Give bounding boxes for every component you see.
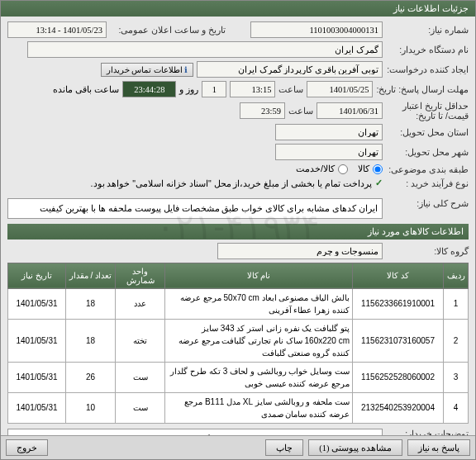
need-desc-label: شرح کلی نیاز: [386,198,469,208]
remain-suffix: ساعت باقی مانده [53,84,119,95]
cell-date: 1401/05/31 [8,392,66,423]
valid-until-time [240,102,285,119]
cell-unit: عدد [116,288,165,319]
deliver-state-label: استان محل تحویل: [386,127,469,137]
deliver-city-label: شهر محل تحویل: [386,147,469,157]
contact-buyer-button[interactable]: ℹ اطلاعات تماس خریدار [101,63,194,77]
cell-code: 1156252528060002 [353,362,444,392]
buyer-field [27,41,383,58]
radio-goods[interactable]: کالا [358,164,383,174]
check-icon: ✓ [375,178,383,188]
cell-name: ست ملحفه و روبالشی سایز XL مدل B111 مرجع… [165,392,353,423]
table-row[interactable]: 21156231073160057پتو گلبافت یک نفره زانی… [8,319,469,362]
creator-field [197,61,383,78]
cell-code: 1156231073160057 [353,319,444,362]
reply-deadline-date [307,81,373,97]
remain-time [122,81,176,97]
buyer-notes-label: توضیحات خریدار: [386,429,469,435]
need-no-label: شماره نیاز: [386,25,469,35]
col-code: کد کالا [353,263,444,288]
col-name: نام کالا [165,263,353,288]
buy-type-label: نوع فرآیند خرید : [386,178,469,188]
valid-until-date [317,102,383,119]
radio-goods-input[interactable] [373,164,383,174]
buyer-label: نام دستگاه خریدار: [386,45,469,55]
cell-unit: ست [116,392,165,423]
cell-row: 1 [444,288,469,319]
cell-unit: تخته [116,319,165,362]
radio-service[interactable]: کالا/خدمت [296,164,348,174]
reply-button[interactable]: پاسخ به نیاز [407,439,470,456]
category-label: طبقه بندی موضوعی: [386,164,469,174]
cell-name: بالش الیاف مصنوعی ابعاد 50x70 cm مرجع عر… [165,288,353,319]
print-button[interactable]: چاپ [265,439,303,456]
goods-section-header: اطلاعات کالاهای مورد نیاز [7,224,469,239]
valid-until-label: حداقل تاریخ اعتبار قیمت/ تا تاریخ: [386,101,469,121]
cell-name: پتو گلبافت یک نفره زانی استر کد 343 سایز… [165,319,353,362]
table-row[interactable]: 42132540253920004ست ملحفه و روبالشی سایز… [8,392,469,423]
cell-qty: 10 [66,392,116,423]
col-row: ردیف [444,263,469,288]
group-field [217,243,383,259]
need-no-field [250,21,383,38]
cell-code: 1156233661910001 [353,288,444,319]
contact-buyer-label: اطلاعات تماس خریدار [107,65,183,74]
reply-deadline-label: مهلت ارسال پاسخ: تاریخ: [376,84,469,94]
cell-code: 2132540253920004 [353,392,444,423]
buy-type-desc: پرداخت تمام یا بخشی از مبلغ خرید،از محل … [91,178,372,188]
radio-service-label: کالا/خدمت [296,164,335,174]
deliver-city-field [275,144,383,160]
deliver-state-field [275,124,383,140]
cell-unit: ست [116,362,165,392]
window-title: جزئیات اطلاعات نیاز [1,1,475,17]
pub-date-label: تاریخ و ساعت اعلان عمومی: [110,25,226,35]
group-label: گروه کالا: [386,246,469,256]
table-row[interactable]: 31156252528060002ست وسایل خواب روبالشی و… [8,362,469,392]
cell-date: 1401/05/31 [8,319,66,362]
cell-row: 4 [444,392,469,423]
info-icon: ℹ [184,65,188,74]
cell-row: 2 [444,319,469,362]
footer-bar: پاسخ به نیاز مشاهده پیوستی (1) چاپ خروج [1,435,475,459]
reply-time-label: ساعت [278,84,303,94]
cell-date: 1401/05/31 [8,288,66,319]
remain-days-lbl: روز و [179,84,198,95]
col-unit: واحد شمارش [116,263,165,288]
need-desc-text: ایران کدهای مشابه برای کالای خواب طبق مش… [7,198,383,219]
reply-deadline-time [230,81,275,97]
buyer-notes-text: هزینه باربری حمل ارسال و تخلیه داخل انبا… [7,429,383,435]
cell-qty: 18 [66,288,116,319]
valid-until-time-label: ساعت [288,106,313,116]
table-row[interactable]: 11156233661910001بالش الیاف مصنوعی ابعاد… [8,288,469,319]
col-date: تاریخ نیاز [8,263,66,288]
pub-date-field [7,21,107,38]
radio-service-input[interactable] [338,164,348,174]
cell-qty: 26 [66,362,116,392]
cell-name: ست وسایل خواب روبالشی و لحاف 3 تکه طرح گ… [165,362,353,392]
cell-row: 3 [444,362,469,392]
remain-days [202,81,226,97]
items-table: ردیف کد کالا نام کالا واحد شمارش تعداد /… [7,263,469,424]
cell-date: 1401/05/31 [8,362,66,392]
col-qty: تعداد / مقدار [66,263,116,288]
exit-button[interactable]: خروج [6,439,48,456]
view-attachment-button[interactable]: مشاهده پیوستی (1) [308,439,402,456]
radio-goods-label: کالا [358,164,369,174]
cell-qty: 18 [66,319,116,362]
creator-label: ایجاد کننده درخواست: [386,64,469,74]
